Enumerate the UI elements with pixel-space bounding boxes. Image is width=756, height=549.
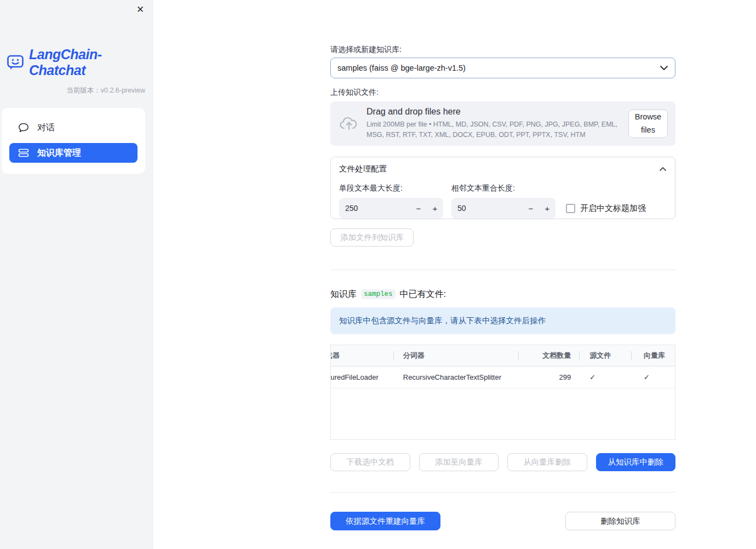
version-label: 当前版本： <box>66 87 101 94</box>
chat-smiley-logo-icon <box>7 54 25 71</box>
file-config-expander: 文件处理配置 单段文本最大长度: 250 − + 相邻文 <box>330 157 675 219</box>
chevron-down-icon <box>660 65 668 71</box>
table-row[interactable]: UnstructuredFileLoader RecursiveCharacte… <box>331 367 675 388</box>
delete-from-vector-store-button[interactable]: 从向量库删除 <box>507 453 587 471</box>
sidebar-close-button[interactable]: ✕ <box>134 3 147 16</box>
kb-selectbox[interactable]: samples (faiss @ bge-large-zh-v1.5) <box>330 58 675 78</box>
version-text: 当前版本：v0.2.6-preview <box>0 86 153 95</box>
cell-loader-text: UnstructuredFileLoader <box>331 373 379 381</box>
upload-label: 上传知识文件: <box>330 88 675 99</box>
kb-select-label: 请选择或新建知识库: <box>330 45 675 56</box>
overlap-size-label: 相邻文本重合长度: <box>451 184 555 195</box>
sidebar-item-label: 对话 <box>37 122 55 134</box>
chunk-size-increment-button[interactable]: + <box>427 198 443 219</box>
brand-logo: LangChain-Chatchat <box>7 47 153 78</box>
delete-kb-button[interactable]: 删除知识库 <box>565 512 675 530</box>
chunk-size-label: 单段文本最大长度: <box>339 184 443 195</box>
add-files-to-kb-button[interactable]: 添加文件到知识库 <box>330 228 414 247</box>
expander-header[interactable]: 文件处理配置 <box>339 164 667 174</box>
cell-splitter: RecursiveCharacterTextSplitter <box>393 367 519 388</box>
delete-from-kb-button[interactable]: 从知识库中删除 <box>596 453 676 471</box>
rebuild-vector-store-button[interactable]: 依据源文件重建向量库 <box>330 512 440 530</box>
info-banner: 知识库中包含源文件与向量库，请从下表中选择文件后操作 <box>330 307 675 334</box>
kb-files-table[interactable]: 文档加载器 分词器 文档数量 源文件 向量库 UnstructuredFileL… <box>330 345 675 440</box>
divider <box>330 270 675 270</box>
zh-title-enhance-label: 开启中文标题加强 <box>580 203 646 214</box>
col-header-source-file[interactable]: 源文件 <box>579 345 631 366</box>
stacked-list-icon <box>18 148 29 158</box>
zh-title-enhance-field: 开启中文标题加强 <box>566 198 646 219</box>
download-selected-button[interactable]: 下载选中文档 <box>330 453 410 471</box>
cloud-upload-icon <box>339 115 359 133</box>
overlap-size-field: 相邻文本重合长度: 50 − + <box>451 184 555 219</box>
chevron-up-icon <box>659 167 667 171</box>
chat-bubble-icon <box>18 123 29 133</box>
table-header-row: 文档加载器 分词器 文档数量 源文件 向量库 <box>331 345 675 367</box>
sidebar-item-dialogue[interactable]: 对话 <box>9 118 138 138</box>
add-to-vector-store-button[interactable]: 添加至向量库 <box>419 453 499 471</box>
col-header-loader-text: 文档加载器 <box>331 351 340 361</box>
overlap-size-input[interactable]: 50 <box>451 204 523 213</box>
cell-doc-count: 299 <box>518 367 579 388</box>
file-dropzone[interactable]: Drag and drop files here Limit 200MB per… <box>330 101 675 146</box>
browse-files-button[interactable]: Browse files <box>628 110 668 138</box>
col-header-doc-count[interactable]: 文档数量 <box>518 345 579 366</box>
chunk-size-stepper: 250 − + <box>339 198 443 219</box>
kb-level-buttons: 依据源文件重建向量库 删除知识库 <box>330 512 675 530</box>
col-header-loader[interactable]: 文档加载器 <box>331 345 393 366</box>
kb-selected-value: samples (faiss @ bge-large-zh-v1.5) <box>337 64 660 72</box>
cell-loader: UnstructuredFileLoader <box>331 367 393 388</box>
kb-files-prefix: 知识库 <box>330 289 357 300</box>
expander-title: 文件处理配置 <box>339 164 387 174</box>
chunk-size-input[interactable]: 250 <box>339 204 410 213</box>
chunk-size-decrement-button[interactable]: − <box>410 198 427 219</box>
kb-files-heading: 知识库 samples 中已有文件: <box>330 289 675 300</box>
chunk-size-field: 单段文本最大长度: 250 − + <box>339 184 443 219</box>
kb-files-suffix: 中已有文件: <box>400 289 446 300</box>
sidebar: ✕ LangChain-Chatchat 当前版本：v0.2.6-preview <box>0 0 153 549</box>
zh-title-enhance-checkbox[interactable] <box>566 204 575 213</box>
expander-body: 单段文本最大长度: 250 − + 相邻文本重合长度: 50 − + <box>339 184 667 219</box>
sidebar-item-knowledge-base[interactable]: 知识库管理 <box>9 143 138 163</box>
col-header-vector-store[interactable]: 向量库 <box>631 345 675 366</box>
sidebar-item-label: 知识库管理 <box>37 147 81 159</box>
app-root: ✕ LangChain-Chatchat 当前版本：v0.2.6-preview <box>0 0 756 549</box>
version-value: v0.2.6-preview <box>101 87 145 94</box>
overlap-size-increment-button[interactable]: + <box>539 198 555 219</box>
overlap-size-decrement-button[interactable]: − <box>523 198 539 219</box>
dropzone-title: Drag and drop files here <box>366 107 623 117</box>
main-content: 请选择或新建知识库: samples (faiss @ bge-large-zh… <box>330 0 675 530</box>
kb-name-code-chip: samples <box>361 289 396 299</box>
file-action-buttons: 下载选中文档 添加至向量库 从向量库删除 从知识库中删除 <box>330 453 675 471</box>
col-header-splitter[interactable]: 分词器 <box>393 345 519 366</box>
dropzone-limit-text: Limit 200MB per file • HTML, MD, JSON, C… <box>366 119 623 141</box>
sidebar-menu: 对话 知识库管理 <box>2 108 145 174</box>
info-banner-text: 知识库中包含源文件与向量库，请从下表中选择文件后操作 <box>339 316 546 326</box>
divider <box>330 492 675 493</box>
cell-vector-check: ✓ <box>631 367 675 388</box>
cell-source-check: ✓ <box>579 367 631 388</box>
dropzone-texts: Drag and drop files here Limit 200MB per… <box>366 107 623 141</box>
overlap-size-stepper: 50 − + <box>451 198 555 219</box>
brand-name: LangChain-Chatchat <box>29 47 153 78</box>
